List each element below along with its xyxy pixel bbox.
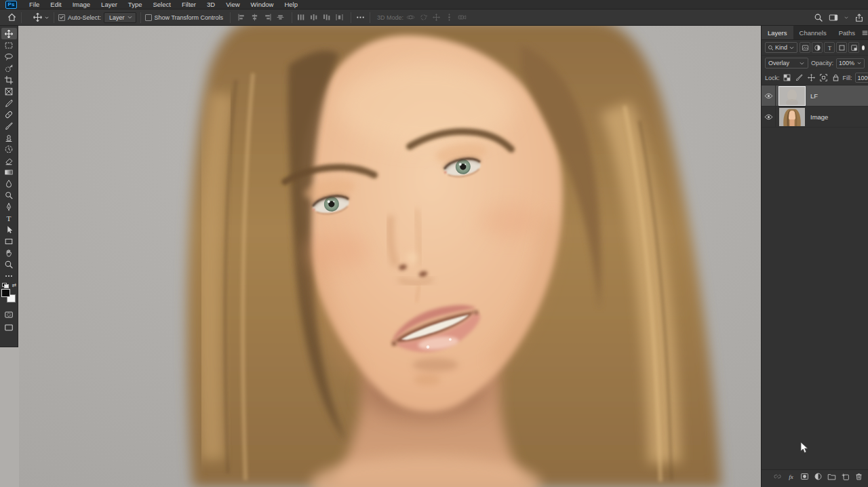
gradient-tool[interactable] xyxy=(1,166,17,178)
canvas-area[interactable] xyxy=(0,26,761,487)
lock-transparent-icon[interactable] xyxy=(783,73,791,82)
swap-colors-icon[interactable]: ⇄ xyxy=(12,282,17,288)
visibility-eye-icon[interactable] xyxy=(762,85,776,106)
quick-selection-tool[interactable] xyxy=(1,62,17,74)
pen-tool[interactable] xyxy=(1,201,17,212)
rectangle-tool[interactable] xyxy=(1,235,17,247)
eraser-tool[interactable] xyxy=(1,155,17,166)
edit-toolbar-button[interactable] xyxy=(1,270,17,281)
align-icons-group xyxy=(237,13,285,22)
adjustment-layer-icon[interactable] xyxy=(814,472,823,481)
lock-position-icon[interactable] xyxy=(807,73,816,82)
tab-paths[interactable]: Paths xyxy=(833,26,861,39)
filter-type-icon[interactable] xyxy=(824,42,835,53)
auto-select-target-dropdown[interactable]: Layer xyxy=(104,12,136,23)
blend-mode-dropdown[interactable]: Overlay xyxy=(765,58,808,69)
new-layer-icon[interactable] xyxy=(841,472,850,481)
foreground-color-swatch[interactable] xyxy=(1,289,10,297)
photoshop-logo[interactable]: Ps xyxy=(5,1,17,9)
chevron-down-icon xyxy=(789,45,795,51)
fill-value-dropdown[interactable]: 100% xyxy=(855,73,868,83)
filter-smart-icon[interactable] xyxy=(848,42,859,53)
filter-adjustment-icon[interactable] xyxy=(812,42,823,53)
filter-toggle-icon[interactable] xyxy=(862,45,865,50)
path-selection-tool[interactable] xyxy=(1,224,17,235)
menu-3d[interactable]: 3D xyxy=(201,0,220,9)
layer-thumbnail[interactable] xyxy=(779,108,805,126)
ellipsis-icon xyxy=(4,271,14,281)
menu-help[interactable]: Help xyxy=(279,0,303,9)
move-tool[interactable] xyxy=(1,28,17,39)
lock-all-icon[interactable] xyxy=(831,73,840,82)
menu-image[interactable]: Image xyxy=(67,0,96,9)
layer-name[interactable]: Image xyxy=(810,113,828,121)
opacity-value-dropdown[interactable]: 100% xyxy=(836,58,865,69)
eyedropper-tool[interactable] xyxy=(1,97,17,109)
panel-menu-icon[interactable] xyxy=(861,26,868,39)
align-horizontal-centers-icon[interactable] xyxy=(250,13,259,22)
more-options-button[interactable] xyxy=(355,12,366,22)
search-icon[interactable] xyxy=(814,13,823,22)
align-left-edges-icon[interactable] xyxy=(237,13,246,22)
menu-view[interactable]: View xyxy=(220,0,245,9)
menu-layer[interactable]: Layer xyxy=(96,0,123,9)
blur-tool[interactable] xyxy=(1,178,17,189)
quick-mask-button[interactable] xyxy=(1,309,17,320)
tab-layers[interactable]: Layers xyxy=(762,26,793,39)
layer-row-lf[interactable]: LF xyxy=(762,85,868,106)
visibility-eye-icon[interactable] xyxy=(762,106,776,127)
menu-type[interactable]: Type xyxy=(123,0,148,9)
frame-tool[interactable] xyxy=(1,85,17,97)
3d-orbit-icon[interactable] xyxy=(406,13,415,22)
link-layers-icon[interactable] xyxy=(773,472,782,481)
layer-name[interactable]: LF xyxy=(810,92,818,100)
menu-window[interactable]: Window xyxy=(245,0,279,9)
distribute-left-icon[interactable] xyxy=(296,13,305,22)
menu-filter[interactable]: Filter xyxy=(176,0,201,9)
3d-pan-icon[interactable] xyxy=(432,13,441,22)
3d-slide-icon[interactable] xyxy=(445,13,454,22)
home-icon[interactable] xyxy=(7,12,17,22)
distribute-right-icon[interactable] xyxy=(322,13,331,22)
tab-channels[interactable]: Channels xyxy=(793,26,833,39)
lock-pixels-icon[interactable] xyxy=(795,73,804,82)
filter-shape-icon[interactable] xyxy=(836,42,847,53)
share-icon[interactable] xyxy=(854,13,864,22)
3d-roll-icon[interactable] xyxy=(419,13,428,22)
menu-edit[interactable]: Edit xyxy=(45,0,66,9)
distribute-spacing-icon[interactable] xyxy=(335,13,344,22)
spot-healing-tool[interactable] xyxy=(1,109,17,120)
workspace-icon[interactable] xyxy=(829,13,838,22)
show-transform-checkbox[interactable] xyxy=(145,14,152,21)
align-right-edges-icon[interactable] xyxy=(263,13,272,22)
type-tool[interactable] xyxy=(1,212,17,224)
hand-tool[interactable] xyxy=(1,247,17,258)
align-vertical-centers-icon[interactable] xyxy=(276,13,285,22)
crop-tool[interactable] xyxy=(1,74,17,85)
filter-pixel-layers-icon[interactable] xyxy=(800,42,810,53)
delete-layer-icon[interactable] xyxy=(854,472,863,481)
screen-mode-button[interactable] xyxy=(1,322,17,333)
layer-thumbnail[interactable] xyxy=(779,87,805,105)
lock-artboard-icon[interactable] xyxy=(819,73,828,82)
tool-preset-picker[interactable] xyxy=(33,12,50,22)
layer-row-image[interactable]: Image xyxy=(762,106,868,128)
menu-file[interactable]: File xyxy=(24,0,45,9)
menu-select[interactable]: Select xyxy=(147,0,176,9)
3d-zoom-icon[interactable] xyxy=(458,13,467,22)
history-brush-tool[interactable] xyxy=(1,143,17,155)
layer-style-icon[interactable] xyxy=(787,472,795,481)
3d-mode-label: 3D Mode: xyxy=(377,14,403,21)
new-group-icon[interactable] xyxy=(827,472,836,481)
zoom-tool[interactable] xyxy=(1,258,17,270)
add-mask-icon[interactable] xyxy=(800,472,809,481)
marquee-tool[interactable] xyxy=(1,39,17,51)
chevron-down-icon[interactable] xyxy=(844,15,849,20)
dodge-tool[interactable] xyxy=(1,189,17,201)
distribute-center-icon[interactable] xyxy=(309,13,318,22)
auto-select-checkbox[interactable] xyxy=(58,14,65,21)
filter-kind-dropdown[interactable]: Kind xyxy=(765,42,797,53)
lasso-tool[interactable] xyxy=(1,51,17,62)
brush-tool[interactable] xyxy=(1,120,17,132)
clone-stamp-tool[interactable] xyxy=(1,132,17,143)
